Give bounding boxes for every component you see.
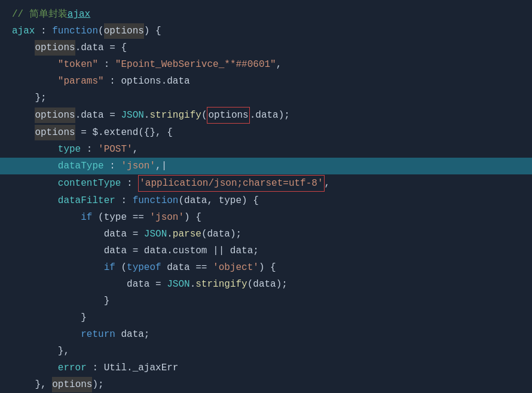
indent13: [12, 243, 104, 259]
code-line-11: contentType : 'application/json;charset=…: [0, 174, 532, 192]
return-data: data;: [115, 327, 150, 342]
indent16: [12, 293, 104, 309]
data-stringify-lhs: data =: [127, 277, 167, 292]
function-keyword: function: [52, 23, 98, 39]
comma1: ,: [276, 57, 282, 72]
final-close-text: },: [12, 377, 52, 392]
dot-str: .: [144, 108, 150, 123]
indent7: [12, 142, 58, 157]
code-line-20: return data;: [0, 326, 532, 343]
type-key: type: [58, 142, 81, 157]
indent2: [12, 57, 58, 72]
comma3: ,|: [155, 158, 167, 174]
indent10: [12, 193, 58, 208]
contenttype-value: 'application/json;charset=utf-8': [138, 175, 324, 192]
if-close1: ) {: [184, 210, 201, 225]
comma2: ,: [133, 142, 139, 157]
json-ref3: JSON: [167, 277, 189, 292]
indent9: [12, 176, 58, 191]
close-comma: },: [58, 343, 69, 359]
data-ref: data ==: [161, 260, 213, 275]
options-param: options: [104, 23, 144, 39]
code-line-6: };: [0, 90, 532, 106]
code-line-2: ajax : function(options) {: [0, 23, 532, 39]
dot-data: .data: [161, 73, 190, 89]
code-line-3: options.data = {: [0, 39, 532, 56]
options-final: options: [52, 377, 92, 392]
code-line-21: },: [0, 343, 532, 360]
if-kw1: if: [81, 210, 92, 225]
options-data-lhs: options: [35, 108, 75, 123]
data-custom: data = data.custom || data;: [104, 243, 259, 259]
indent17: [12, 310, 81, 326]
code-line-5: "params" : options.data: [0, 73, 532, 90]
options-params: options: [121, 73, 161, 89]
paren-open: (: [98, 23, 104, 39]
function-kw2: function: [133, 193, 179, 208]
code-editor: // 简单封装ajax ajax : function(options) { o…: [0, 0, 532, 393]
indent4: [12, 90, 35, 106]
code-line-1: // 简单封装ajax: [0, 6, 532, 23]
close-brace-semi: };: [35, 90, 46, 106]
data-parse-lhs: data =: [104, 226, 144, 242]
code-line-15: data = data.custom || data;: [0, 242, 532, 259]
code-line-22: error : Util._ajaxErr: [0, 360, 532, 376]
post-value: 'POST': [98, 142, 133, 157]
json-str1: 'json': [149, 210, 184, 225]
indent20: [12, 360, 58, 376]
extend-rest: = $.extend({}, {: [75, 125, 173, 140]
code-line-10: dataType : 'json',|: [0, 158, 532, 174]
code-line-23: }, options);: [0, 376, 532, 393]
code-line-8: options = $.extend({}, {: [0, 124, 532, 141]
comment-text: // 简单封装ajax: [12, 7, 90, 22]
final-semi: );: [92, 377, 103, 392]
util-ref: Util._ajaxErr: [104, 360, 179, 376]
dot-parse: .: [167, 226, 173, 242]
datatype-key: dataType: [58, 158, 104, 174]
stringify-fn1: stringify: [149, 108, 201, 123]
return-kw: return: [81, 327, 115, 342]
json-ref2: JSON: [144, 226, 167, 242]
indent11: [12, 210, 81, 225]
indent1: [12, 40, 35, 56]
dot-str2: .: [190, 277, 196, 292]
code-line-18: }: [0, 293, 532, 309]
token-value: "Epoint_WebSerivce_**##0601": [115, 57, 276, 72]
object-str: 'object': [213, 260, 259, 275]
code-line-19: }: [0, 309, 532, 326]
colon5: :: [104, 158, 121, 174]
paren-close: ) {: [144, 23, 161, 39]
code-line-13: if (type == 'json') {: [0, 209, 532, 226]
parse-fn: parse: [173, 226, 201, 242]
paren2: (: [201, 108, 207, 123]
token-key: "token": [58, 57, 98, 72]
code-line-9: type : 'POST',: [0, 141, 532, 158]
code-line-14: data = JSON.parse(data);: [0, 226, 532, 242]
code-line-4: "token" : "Epoint_WebSerivce_**##0601",: [0, 56, 532, 73]
indent5: [12, 108, 35, 123]
params-key: "params": [58, 73, 104, 89]
close-outer-brace: }: [81, 310, 87, 326]
colon4: :: [81, 142, 98, 157]
colon8: :: [87, 360, 104, 376]
error-key: error: [58, 360, 87, 376]
contenttype-key: contentType: [58, 176, 121, 191]
if-close2: ) {: [259, 260, 276, 275]
indent14: [12, 260, 104, 275]
ajax-keyword: ajax: [12, 23, 35, 39]
stringify-fn2: stringify: [195, 277, 247, 292]
colon3: :: [104, 73, 121, 89]
if-paren1: (type ==: [92, 210, 149, 225]
indent12: [12, 226, 104, 242]
indent8: [12, 158, 58, 174]
typeof-kw: typeof: [127, 260, 161, 275]
if-kw2: if: [104, 260, 115, 275]
code-line-7: options.data = JSON.stringify(options.da…: [0, 106, 532, 124]
colon2: :: [98, 57, 115, 72]
json-ref1: JSON: [121, 108, 143, 123]
datafilter-key: dataFilter: [58, 193, 115, 208]
code-line-12: dataFilter : function(data, type) {: [0, 192, 532, 209]
options-data-rhs: options: [207, 107, 249, 124]
str-call: (data);: [247, 277, 288, 292]
code-line-17: data = JSON.stringify(data);: [0, 276, 532, 293]
